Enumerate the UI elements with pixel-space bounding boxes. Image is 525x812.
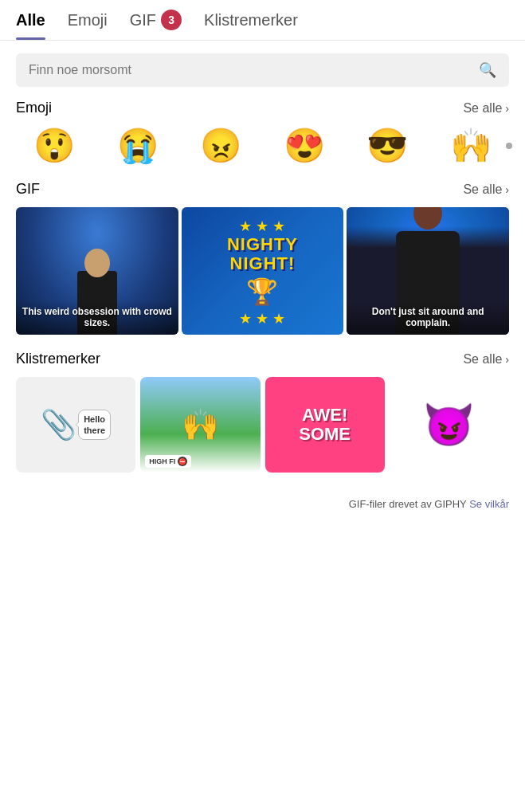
- emoji-see-all-chevron: ›: [505, 102, 509, 115]
- speech-line1: Hello: [84, 414, 105, 424]
- footer: GIF-filer drevet av GIPHY Se vilkår: [0, 488, 525, 520]
- emoji-item-4[interactable]: 😎: [349, 126, 426, 165]
- emoji-item-5[interactable]: 🙌: [433, 126, 510, 165]
- tab-emoji-label: Emoji: [68, 11, 108, 29]
- trophy-emoji: 🏆: [246, 277, 278, 307]
- emoji-item-1[interactable]: 😭: [100, 126, 177, 165]
- tab-klistremerker[interactable]: Klistremerker: [204, 11, 298, 39]
- search-input[interactable]: [29, 63, 472, 77]
- gif-item-obama[interactable]: This weird obsession with crowd sizes.: [16, 207, 178, 335]
- nighty-stars-bottom: ★ ★ ★: [239, 310, 285, 328]
- emoji-see-all-button[interactable]: Se alle ›: [463, 101, 509, 116]
- gif-section-header: GIF Se alle ›: [16, 181, 509, 198]
- awesome-content: AWE! SOME: [299, 406, 351, 444]
- gif-badge: 3: [161, 10, 182, 30]
- sticker-grid: 📎 Hello there 🙌 HIGH FI ⛔ AWE! SOME: [16, 377, 509, 473]
- tab-gif[interactable]: GIF 3: [130, 10, 182, 40]
- search-icon: 🔍: [479, 61, 496, 79]
- gif-section: GIF Se alle › This weird obsession with …: [0, 181, 525, 347]
- nighty-text-line1: NIGHTY: [227, 235, 298, 254]
- gif-item-nighty[interactable]: ★ ★ ★ NIGHTY NIGHT! 🏆 ★ ★ ★: [182, 207, 344, 335]
- gif-item-woman[interactable]: Don't just sit around and complain.: [347, 207, 509, 335]
- sticker-item-highfive[interactable]: 🙌 HIGH FI ⛔: [140, 377, 260, 473]
- sticker-section-title: Klistremerker: [16, 351, 100, 367]
- sticker-item-awesome[interactable]: AWE! SOME: [265, 377, 385, 473]
- sticker-see-all-chevron: ›: [505, 353, 509, 366]
- clippy-icon: 📎: [41, 408, 76, 441]
- gif-section-title: GIF: [16, 181, 40, 198]
- search-box[interactable]: 🔍: [16, 53, 509, 87]
- emoji-item-0[interactable]: 😲: [16, 126, 93, 165]
- gif-grid: This weird obsession with crowd sizes. ★…: [16, 207, 509, 335]
- emoji-item-3[interactable]: 😍: [266, 126, 343, 165]
- nighty-stars-top: ★ ★ ★: [239, 218, 285, 235]
- gif-caption-woman: Don't just sit around and complain.: [347, 301, 509, 335]
- emoji-section-title: Emoji: [16, 100, 52, 116]
- gif-see-all-button[interactable]: Se alle ›: [463, 182, 509, 197]
- tab-klistremerker-label: Klistremerker: [204, 11, 298, 29]
- sticker-section: Klistremerker Se alle › 📎 Hello there 🙌 …: [0, 351, 525, 485]
- awesome-line1: AWE!: [299, 406, 351, 425]
- nighty-content: ★ ★ ★ NIGHTY NIGHT! 🏆 ★ ★ ★: [182, 207, 344, 335]
- nighty-text-line2: NIGHT!: [230, 254, 296, 273]
- emoji-item-2[interactable]: 😠: [182, 126, 260, 165]
- emoji-section: Emoji Se alle › 😲 😭 😠 😍 😎 🙌: [0, 100, 525, 178]
- speech-line2: there: [84, 426, 105, 435]
- footer-link[interactable]: Se vilkår: [469, 498, 509, 510]
- person-head: [84, 249, 110, 277]
- tab-gif-label: GIF: [130, 11, 156, 29]
- sticker-item-devil[interactable]: 😈: [390, 377, 509, 473]
- tab-emoji[interactable]: Emoji: [68, 11, 108, 39]
- emoji-row: 😲 😭 😠 😍 😎 🙌: [16, 126, 509, 165]
- gif-caption-obama: This weird obsession with crowd sizes.: [16, 301, 178, 335]
- scroll-indicator: [506, 143, 512, 149]
- gif-see-all-chevron: ›: [505, 183, 509, 196]
- highfive-emoji: 🙌: [182, 407, 219, 442]
- search-section: 🔍: [0, 41, 525, 100]
- tab-alle[interactable]: Alle: [16, 11, 45, 39]
- sticker-item-clippy[interactable]: 📎 Hello there: [16, 377, 135, 473]
- speech-bubble-clippy: Hello there: [78, 410, 111, 441]
- sticker-see-all-button[interactable]: Se alle ›: [463, 352, 509, 367]
- footer-text: GIF-filer drevet av GIPHY: [349, 498, 467, 510]
- emoji-section-header: Emoji Se alle ›: [16, 100, 509, 116]
- awesome-line2: SOME: [299, 425, 351, 444]
- sticker-section-header: Klistremerker Se alle ›: [16, 351, 509, 367]
- emoji-see-all-label: Se alle: [463, 101, 502, 116]
- highfive-label-text: HIGH FI: [149, 457, 175, 465]
- sticker-see-all-label: Se alle: [463, 352, 502, 367]
- highfive-no-entry-icon: ⛔: [178, 457, 187, 466]
- tab-alle-label: Alle: [16, 11, 45, 29]
- woman-head: [413, 207, 442, 229]
- gif-see-all-label: Se alle: [463, 182, 502, 197]
- tabs-bar: Alle Emoji GIF 3 Klistremerker: [0, 0, 525, 41]
- highfive-label-overlay: HIGH FI ⛔: [145, 455, 191, 468]
- devil-emoji-icon: 😈: [423, 401, 475, 449]
